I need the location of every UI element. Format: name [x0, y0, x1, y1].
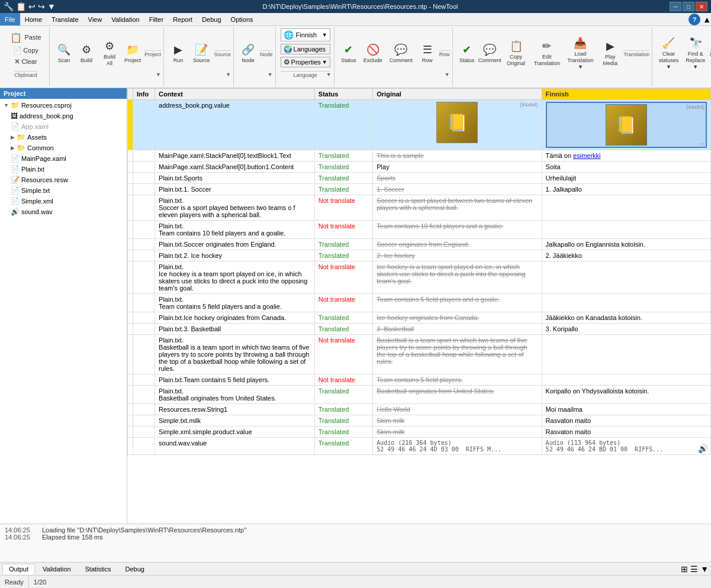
- tree-item-assets[interactable]: ▶ 📁 Assets: [8, 132, 126, 143]
- tab-output[interactable]: Output: [2, 564, 35, 574]
- col-context-header[interactable]: Context: [155, 89, 315, 100]
- tree-item-resw[interactable]: 📝 Resources.resw: [8, 175, 126, 185]
- tree-item-simpletxt[interactable]: 📄 Simple.txt: [8, 185, 126, 196]
- table-row[interactable]: Resources.resw.String1 Translated Hello …: [128, 404, 711, 415]
- menu-report[interactable]: Report: [168, 13, 197, 25]
- table-row[interactable]: Plain.txt.Basketball is a team sport in …: [128, 335, 711, 374]
- table-row[interactable]: Plain.txt.Basketball originates from Uni…: [128, 386, 711, 404]
- table-row[interactable]: Plain.txt.1. Soccer Translated 1. Soccer…: [128, 184, 711, 195]
- row-info: [133, 427, 155, 438]
- minimize-button[interactable]: ─: [670, 2, 681, 11]
- table-row[interactable]: MainPage.xaml.StackPanel[0].textBlock1.T…: [128, 150, 711, 161]
- language-selector[interactable]: 🌐 Finnish ▼: [281, 28, 330, 41]
- menu-options[interactable]: Options: [226, 13, 258, 25]
- table-row[interactable]: Plain.txt.Ice hockey is a team sport pla…: [128, 261, 711, 294]
- tab-debug[interactable]: Debug: [119, 564, 151, 574]
- row-status: Translated: [314, 184, 372, 195]
- scan-button[interactable]: 🔍 Scan: [53, 38, 75, 68]
- table-row[interactable]: Plain.txt.Team contains 10 field players…: [128, 221, 711, 239]
- col-finnish-header[interactable]: Finnish: [542, 89, 710, 100]
- status-pages: 1/20: [29, 577, 51, 587]
- table-row[interactable]: sound.wav.value Translated Audio (216 36…: [128, 438, 711, 455]
- build-all-button[interactable]: ⚙ Build All: [98, 38, 121, 69]
- tab-statistics[interactable]: Statistics: [79, 564, 118, 574]
- row-button[interactable]: ☰ Row: [417, 38, 438, 68]
- load-translation-button[interactable]: 📥 Load Translation ▼: [564, 35, 597, 72]
- exclude-button[interactable]: 🚫 Exclude: [361, 38, 385, 68]
- tree-item-soundwav[interactable]: 🔊 sound.wav: [8, 206, 126, 217]
- menu-view[interactable]: View: [83, 13, 107, 25]
- language-expand-icon[interactable]: ▼: [325, 71, 333, 78]
- list-view-icon[interactable]: ☰: [690, 564, 698, 574]
- build-button[interactable]: ⚙ Build: [76, 38, 97, 68]
- properties-button[interactable]: ⚙ Properties ▼: [281, 57, 330, 67]
- table-row[interactable]: MainPage.xaml.StackPanel[0].button1.Cont…: [128, 161, 711, 173]
- table-row[interactable]: Plain.txt.Soccer is a sport played betwe…: [128, 195, 711, 221]
- edit-translation-button[interactable]: ✏ Edit Translation: [531, 38, 562, 69]
- find-replace-button[interactable]: 🔭 Find & Replace ▼: [682, 35, 708, 72]
- menu-debug[interactable]: Debug: [197, 13, 226, 25]
- source-button[interactable]: 📝 Source: [190, 38, 213, 68]
- table-row[interactable]: Plain.txt.Sports Translated Sports Urhei…: [128, 173, 711, 184]
- row-status-button[interactable]: ✔ Status: [338, 38, 359, 68]
- help-button[interactable]: ?: [689, 14, 700, 25]
- tree-item-mainpage[interactable]: 📄 MainPage.xaml: [8, 153, 126, 164]
- tree-item-addressbook[interactable]: 🖼 address_book.png: [8, 111, 126, 121]
- node-button[interactable]: 🔗 Node: [237, 38, 259, 68]
- node-expand-icon[interactable]: ▼: [266, 71, 274, 78]
- menu-validation[interactable]: Validation: [107, 13, 144, 25]
- col-info-header[interactable]: Info: [133, 89, 155, 100]
- dropdown-view-icon[interactable]: ▼: [700, 564, 709, 574]
- clear-statuses-button[interactable]: 🧹 Clear statuses ▼: [656, 35, 681, 72]
- play-media-button[interactable]: ▶ Play Media: [598, 38, 622, 69]
- table-row[interactable]: Plain.txt.3. Basketball Translated 3. Ba…: [128, 324, 711, 335]
- row-original-audio: Audio (216 364 bytes) 52 49 46 46 24 4D …: [373, 438, 542, 455]
- tree-item-simplexml[interactable]: 📄 Simple.xml: [8, 196, 126, 206]
- row-original: Basketball originates from United States…: [373, 386, 542, 404]
- menu-filter[interactable]: Filter: [144, 13, 168, 25]
- tree-item-plaintxt[interactable]: 📄 Plain.txt: [8, 164, 126, 175]
- table-row[interactable]: Plain.txt.Team contains 5 field players …: [128, 294, 711, 312]
- row-finnish: [542, 221, 710, 239]
- row-comment-button[interactable]: 💬 Comment: [387, 38, 416, 68]
- grid-view-icon[interactable]: ⊞: [681, 564, 688, 574]
- copy-button[interactable]: 📄 Copy: [7, 45, 44, 56]
- copy-original-button[interactable]: 📋 Copy Original: [502, 38, 530, 69]
- tree-item-csproj[interactable]: ▼ 📁 Resources.csproj: [1, 100, 126, 111]
- translation-status-button[interactable]: ✔ Status: [456, 38, 478, 68]
- image-more-button[interactable]: …: [698, 138, 704, 146]
- row-info: [133, 404, 155, 415]
- row-finnish: [542, 374, 710, 386]
- table-row[interactable]: Plain.txt.2. Ice hockey Translated 2. Ic…: [128, 250, 711, 261]
- tree-item-appxaml[interactable]: 📄 App.xaml: [8, 121, 126, 132]
- close-button[interactable]: ✕: [696, 2, 707, 11]
- table-row[interactable]: Plain.txt.Team contains 5 field players.…: [128, 374, 711, 386]
- menu-file[interactable]: File: [0, 13, 20, 25]
- row-original: 2. Ice hockey: [373, 250, 542, 261]
- data-grid-container[interactable]: Info Context Status Original Finnish add…: [127, 88, 711, 524]
- esimerkki-link[interactable]: esimerkki: [573, 152, 600, 159]
- table-row[interactable]: Simple.txt.milk Translated Skim milk Ras…: [128, 415, 711, 427]
- col-status-header[interactable]: Status: [314, 89, 372, 100]
- clear-button[interactable]: ✕ Clear: [7, 56, 44, 67]
- restore-button[interactable]: □: [683, 2, 694, 11]
- tree-item-common[interactable]: ▶ 📁 Common: [8, 143, 126, 153]
- table-row[interactable]: Simple.xml.simple.product.value Translat…: [128, 427, 711, 438]
- menu-translate[interactable]: Translate: [47, 13, 83, 25]
- table-row[interactable]: Plain.txt.Soccer originates from England…: [128, 239, 711, 250]
- source-expand-icon[interactable]: ▼: [224, 71, 232, 78]
- project-button[interactable]: 📁 Project: [122, 38, 143, 68]
- translation-comment-button[interactable]: 💬 Comment: [479, 38, 501, 68]
- col-original-header[interactable]: Original: [373, 89, 542, 100]
- table-row[interactable]: address_book.png.value Translated (64x64…: [128, 100, 711, 150]
- project-expand-icon[interactable]: ▼: [155, 71, 162, 78]
- table-row[interactable]: Plain.txt.Ice hockey originates from Can…: [128, 312, 711, 324]
- row-expand-icon[interactable]: ▼: [443, 71, 451, 78]
- paste-button[interactable]: 📋 Paste: [7, 31, 44, 44]
- menu-home[interactable]: Home: [20, 13, 47, 25]
- audio-play-icon[interactable]: 🔊: [698, 444, 708, 453]
- collapse-button[interactable]: ▲: [703, 15, 711, 24]
- run-button[interactable]: ▶ Run: [168, 38, 189, 68]
- tab-validation[interactable]: Validation: [36, 564, 78, 574]
- languages-button[interactable]: 🌍 Languages: [281, 44, 330, 54]
